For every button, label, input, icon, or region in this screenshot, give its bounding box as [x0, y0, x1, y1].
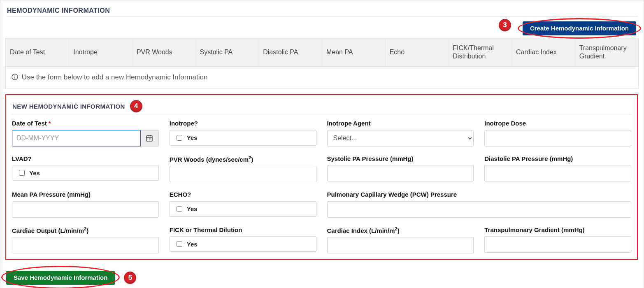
col-systolic-pa[interactable]: Systolic PA	[195, 38, 259, 67]
create-hemodynamic-button[interactable]: Create Hemodynamic Information	[523, 21, 636, 35]
svg-point-10	[148, 139, 148, 140]
field-lvad-q: LVAD? Yes	[12, 155, 159, 183]
save-hemodynamic-button[interactable]: Save Hemodynamic Information	[6, 271, 115, 285]
fick-checkbox-wrap[interactable]: Yes	[170, 236, 316, 252]
field-inotrope-agent: Inotrope Agent Select...	[327, 119, 474, 146]
col-diastolic-pa[interactable]: Diastolic PA	[259, 38, 322, 67]
diastolic-pa-input[interactable]	[484, 165, 631, 181]
echo-checkbox-wrap[interactable]: Yes	[170, 201, 316, 217]
form-divider	[12, 114, 631, 114]
label-mean-pa: Mean PA Pressure (mmHg)	[12, 190, 159, 199]
svg-point-12	[151, 139, 151, 140]
pvr-woods-input[interactable]	[170, 166, 316, 182]
svg-point-8	[149, 138, 150, 139]
callout-badge-3: 3	[499, 19, 511, 31]
col-pvr-woods[interactable]: PVR Woods	[132, 38, 195, 67]
lvad-checkbox-wrap[interactable]: Yes	[12, 165, 159, 181]
label-cardiac-index: Cardiac Index (L/min/m2)	[327, 226, 474, 235]
field-inotrope-q: Inotrope? Yes	[170, 119, 316, 146]
callout-badge-4: 4	[130, 100, 142, 112]
date-picker-button[interactable]	[141, 130, 159, 146]
svg-point-7	[148, 138, 148, 139]
label-date-of-test: Date of Test*	[12, 119, 159, 128]
svg-point-9	[151, 138, 151, 139]
inotrope-checkbox-label: Yes	[187, 134, 198, 141]
calendar-icon	[146, 135, 153, 142]
echo-checkbox[interactable]	[177, 206, 182, 212]
lvad-checkbox-label: Yes	[29, 170, 40, 177]
label-pvr-woods: PVR Woods (dynes/sec/cm2)	[170, 155, 316, 164]
label-inotrope-dose: Inotrope Dose	[484, 119, 631, 128]
form-title: NEW HEMODYNAMIC INFORMATION	[12, 103, 125, 110]
col-echo[interactable]: Echo	[385, 38, 449, 67]
col-inotrope[interactable]: Inotrope	[69, 38, 133, 67]
field-diastolic-pa: Diastolic PA Pressure (mmHg)	[484, 155, 631, 183]
col-mean-pa[interactable]: Mean PA	[322, 38, 385, 67]
toolbar: Create Hemodynamic Information 3	[5, 21, 639, 38]
mean-pa-input[interactable]	[12, 201, 159, 218]
col-date-of-test[interactable]: Date of Test	[6, 38, 69, 67]
inotrope-checkbox-wrap[interactable]: Yes	[170, 130, 316, 146]
field-date-of-test: Date of Test*	[12, 119, 159, 146]
svg-point-11	[149, 139, 150, 140]
field-mean-pa: Mean PA Pressure (mmHg)	[12, 190, 159, 218]
fick-checkbox[interactable]	[177, 241, 182, 247]
field-transpulm: Transpulmonary Gradient (mmHg)	[484, 226, 631, 254]
label-transpulm: Transpulmonary Gradient (mmHg)	[484, 226, 631, 234]
inotrope-checkbox[interactable]	[177, 135, 182, 141]
label-systolic-pa: Systolic PA Pressure (mmHg)	[327, 155, 474, 163]
empty-table-message: Use the form below to add a new Hemodyna…	[6, 67, 638, 88]
label-pcw: Pulmonary Capillary Wedge (PCW) Pressure	[327, 190, 632, 199]
label-inotrope-agent: Inotrope Agent	[327, 119, 474, 128]
echo-checkbox-label: Yes	[187, 205, 198, 212]
transpulm-input[interactable]	[484, 236, 631, 253]
label-diastolic-pa: Diastolic PA Pressure (mmHg)	[484, 155, 631, 163]
field-pvr-woods: PVR Woods (dynes/sec/cm2)	[170, 155, 316, 183]
col-cardiac-index[interactable]: Cardiac Index	[512, 38, 575, 67]
lvad-checkbox[interactable]	[19, 170, 25, 176]
field-systolic-pa: Systolic PA Pressure (mmHg)	[327, 155, 474, 183]
field-pcw: Pulmonary Capillary Wedge (PCW) Pressure	[327, 190, 632, 218]
label-echo-q: ECHO?	[170, 190, 316, 199]
field-fick-q: FICK or Thermal Dilution Yes	[170, 226, 316, 254]
callout-badge-5: 5	[124, 272, 136, 284]
inotrope-dose-input[interactable]	[484, 130, 631, 146]
date-of-test-input[interactable]	[12, 130, 141, 146]
svg-point-1	[14, 75, 15, 76]
cardiac-output-input[interactable]	[12, 237, 159, 253]
field-echo-q: ECHO? Yes	[170, 190, 316, 218]
pcw-input[interactable]	[327, 201, 632, 218]
info-icon	[12, 74, 18, 80]
cardiac-index-input[interactable]	[327, 237, 474, 253]
inotrope-agent-select[interactable]: Select...	[327, 130, 474, 146]
section-title: HEMODYNAMIC INFORMATION	[7, 7, 639, 14]
label-lvad-q: LVAD?	[12, 155, 159, 163]
systolic-pa-input[interactable]	[327, 165, 474, 181]
label-fick-q: FICK or Thermal Dilution	[170, 226, 316, 234]
label-cardiac-output: Cardiac Output (L/min/m2)	[12, 226, 159, 235]
new-hemodynamic-form: NEW HEMODYNAMIC INFORMATION 4 Date of Te…	[5, 94, 638, 260]
col-fick-thermal[interactable]: FICK/Thermal Distribution	[449, 38, 512, 67]
field-cardiac-index: Cardiac Index (L/min/m2)	[327, 226, 474, 254]
section-divider	[6, 16, 638, 16]
fick-checkbox-label: Yes	[187, 241, 198, 248]
hemodynamic-table: Date of Test Inotrope PVR Woods Systolic…	[5, 38, 639, 88]
field-cardiac-output: Cardiac Output (L/min/m2)	[12, 226, 159, 254]
field-inotrope-dose: Inotrope Dose	[484, 119, 631, 146]
col-transpulmonary[interactable]: Transpulmonary Gradient	[575, 38, 638, 67]
label-inotrope-q: Inotrope?	[170, 119, 316, 128]
